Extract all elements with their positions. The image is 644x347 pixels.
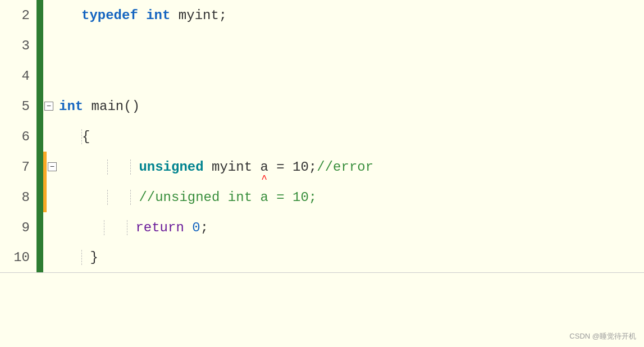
green-bar-6 bbox=[36, 121, 43, 152]
green-bar-2 bbox=[36, 0, 43, 30]
code-line-10: 10 } bbox=[0, 243, 644, 273]
keyword-int-typedef: int bbox=[146, 8, 170, 23]
line-number-5: 5 bbox=[0, 99, 36, 114]
green-bar-5 bbox=[36, 91, 43, 121]
line-number-2: 2 bbox=[0, 8, 36, 23]
code-content-2: typedef int myint; bbox=[54, 8, 644, 23]
code-line-5: 5 − int main() bbox=[0, 91, 644, 121]
code-content-9: return 0 ; bbox=[54, 220, 644, 235]
code-comment-error: //error bbox=[317, 159, 373, 175]
guide-9a bbox=[104, 220, 104, 235]
yellow-bar-8 bbox=[43, 182, 47, 212]
code-var-a: a bbox=[260, 159, 268, 175]
fold-button-5[interactable]: − bbox=[44, 102, 53, 111]
line-number-4: 4 bbox=[0, 69, 36, 84]
keyword-int-main: int bbox=[59, 99, 83, 114]
code-myint-var: myint bbox=[204, 159, 261, 175]
line-number-8: 8 bbox=[0, 190, 36, 205]
code-return-zero: 0 bbox=[192, 220, 200, 235]
code-semicolon-return: ; bbox=[200, 220, 208, 235]
watermark: CSDN @睡觉待开机 bbox=[569, 331, 636, 341]
green-bar-7 bbox=[36, 152, 43, 182]
code-content-7: unsigned myint a = 10; //error bbox=[58, 159, 644, 175]
line-number-3: 3 bbox=[0, 38, 36, 53]
brace-close: } bbox=[82, 250, 98, 265]
code-line-8: 8 //unsigned int a = 10; bbox=[0, 182, 644, 212]
code-editor: 2 typedef int myint; 3 4 5 − int main() bbox=[0, 0, 644, 347]
keyword-unsigned: unsigned bbox=[131, 159, 204, 175]
keyword-typedef: typedef bbox=[81, 8, 146, 23]
code-content-8: //unsigned int a = 10; bbox=[58, 190, 644, 205]
code-content-6: { bbox=[54, 129, 644, 144]
code-line-4: 4 bbox=[0, 61, 644, 91]
brace-open: { bbox=[82, 129, 90, 144]
code-line-7: 7 − unsigned myint a = 10; //error bbox=[0, 152, 644, 182]
line-number-9: 9 bbox=[0, 220, 36, 235]
code-line-2: 2 typedef int myint; bbox=[0, 0, 644, 30]
green-bar-9 bbox=[36, 212, 43, 243]
line-number-7: 7 bbox=[0, 159, 36, 175]
code-content-5: int main() bbox=[54, 99, 644, 114]
code-myint-decl: myint; bbox=[170, 8, 227, 23]
guide-7a bbox=[107, 159, 108, 175]
code-line-6: 6 { bbox=[0, 121, 644, 152]
green-bar-8 bbox=[36, 182, 43, 212]
line-number-6: 6 bbox=[0, 129, 36, 144]
editor-spacer bbox=[0, 273, 644, 347]
code-comment-line8: //unsigned int a = 10; bbox=[131, 190, 317, 205]
guide-8a bbox=[107, 190, 108, 205]
code-line-3: 3 bbox=[0, 30, 644, 61]
fold-gutter-5: − bbox=[43, 102, 54, 111]
code-main-decl: main() bbox=[83, 99, 140, 114]
green-bar-3 bbox=[36, 30, 43, 61]
line-number-10: 10 bbox=[0, 250, 36, 265]
keyword-return: return bbox=[127, 220, 192, 235]
code-line-9: 9 return 0 ; bbox=[0, 212, 644, 243]
fold-gutter-7: − bbox=[47, 162, 58, 171]
green-bar-4 bbox=[36, 61, 43, 91]
code-assign-error: = 10; bbox=[268, 159, 317, 175]
green-bar-10 bbox=[36, 243, 43, 272]
fold-button-7[interactable]: − bbox=[48, 162, 57, 171]
code-content-10: } bbox=[54, 250, 644, 265]
